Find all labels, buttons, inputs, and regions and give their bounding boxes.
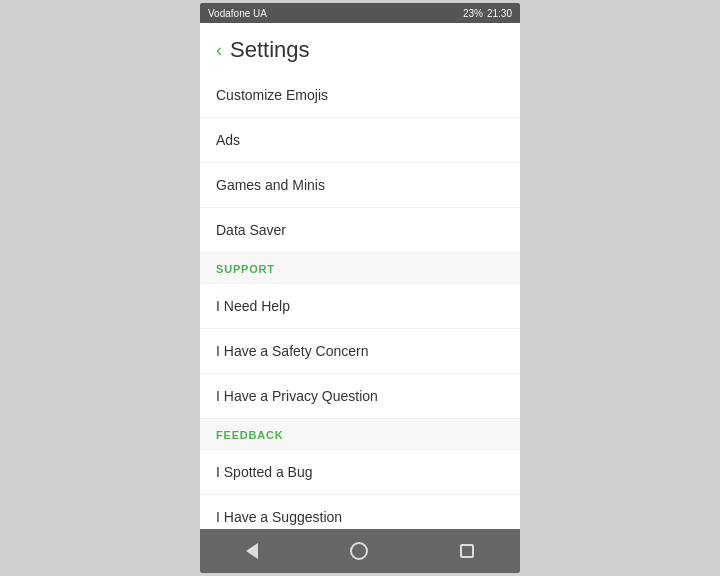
menu-item-privacy-question[interactable]: I Have a Privacy Question bbox=[200, 374, 520, 419]
section-header-support: SUPPORT bbox=[200, 253, 520, 284]
nav-home-button[interactable] bbox=[338, 536, 380, 566]
menu-item-data-saver[interactable]: Data Saver bbox=[200, 208, 520, 253]
menu-item-spotted-bug[interactable]: I Spotted a Bug bbox=[200, 450, 520, 495]
menu-item-ads[interactable]: Ads bbox=[200, 118, 520, 163]
page-title: Settings bbox=[230, 37, 310, 63]
carrier-label: Vodafone UA bbox=[208, 8, 267, 19]
battery-label: 23% bbox=[463, 8, 483, 19]
menu-item-games-and-minis[interactable]: Games and Minis bbox=[200, 163, 520, 208]
back-button[interactable]: ‹ bbox=[216, 40, 222, 61]
status-bar: Vodafone UA 23% 21:30 bbox=[200, 3, 520, 23]
section-header-feedback: FEEDBACK bbox=[200, 419, 520, 450]
status-left: Vodafone UA bbox=[208, 8, 267, 19]
header: ‹ Settings bbox=[200, 23, 520, 73]
status-right: 23% 21:30 bbox=[463, 8, 512, 19]
time-label: 21:30 bbox=[487, 8, 512, 19]
menu-item-safety-concern[interactable]: I Have a Safety Concern bbox=[200, 329, 520, 374]
menu-item-suggestion[interactable]: I Have a Suggestion bbox=[200, 495, 520, 529]
nav-recents-button[interactable] bbox=[448, 538, 486, 564]
settings-list: Customize Emojis Ads Games and Minis Dat… bbox=[200, 73, 520, 529]
menu-item-customize-emojis[interactable]: Customize Emojis bbox=[200, 73, 520, 118]
bottom-nav bbox=[200, 529, 520, 573]
nav-back-button[interactable] bbox=[234, 537, 270, 565]
menu-item-need-help[interactable]: I Need Help bbox=[200, 284, 520, 329]
phone-frame: Vodafone UA 23% 21:30 ‹ Settings Customi… bbox=[200, 3, 520, 573]
